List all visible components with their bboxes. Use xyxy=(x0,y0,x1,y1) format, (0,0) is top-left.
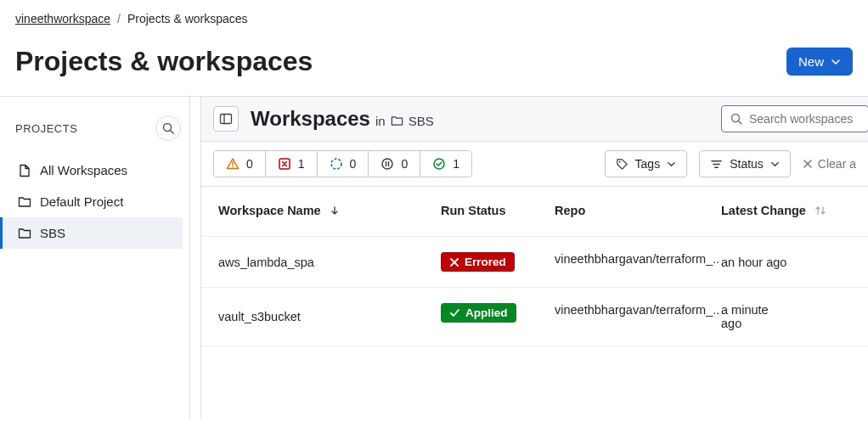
search-icon xyxy=(730,113,742,125)
sidebar-collapse-icon xyxy=(219,112,233,126)
tags-filter-button[interactable]: Tags xyxy=(605,150,688,177)
check-circle-icon xyxy=(432,157,446,171)
in-label: in xyxy=(375,114,386,128)
chevron-down-icon xyxy=(770,160,780,169)
table-row[interactable]: aws_lambda_spa Errored vineethbhargavan/… xyxy=(201,237,868,288)
svg-point-5 xyxy=(331,159,341,169)
table-header: Workspace Name Run Status Repo Latest Ch… xyxy=(201,187,868,237)
status-label: Applied xyxy=(465,306,508,319)
svg-rect-1 xyxy=(221,115,232,124)
error-count: 1 xyxy=(298,157,305,171)
status-filter-warn[interactable]: 0 xyxy=(214,151,266,177)
main-content: Workspaces in SBS 0 xyxy=(201,97,868,419)
collapse-sidebar-button[interactable] xyxy=(213,106,239,132)
folder-icon xyxy=(18,195,31,209)
status-filter-pending[interactable]: 0 xyxy=(369,151,420,177)
tag-icon xyxy=(616,158,628,171)
clear-filters-button[interactable]: Clear a xyxy=(803,157,856,171)
sidebar-item-label: All Workspaces xyxy=(40,163,127,177)
status-filter-button[interactable]: Status xyxy=(699,150,791,177)
running-count: 0 xyxy=(350,157,357,171)
repo-name: vineethbhargavan/terraform_.. xyxy=(555,303,721,330)
new-button[interactable]: New xyxy=(786,48,853,76)
breadcrumb-root[interactable]: vineethworkspace xyxy=(15,12,110,25)
check-icon xyxy=(449,307,460,318)
status-filter-running[interactable]: 0 xyxy=(318,151,369,177)
search-input[interactable] xyxy=(749,112,860,126)
sidebar-heading: PROJECTS xyxy=(15,122,77,135)
workspaces-heading: Workspaces xyxy=(251,107,370,131)
pending-count: 0 xyxy=(401,157,408,171)
warn-count: 0 xyxy=(246,157,253,171)
sidebar-item-all-workspaces[interactable]: All Workspaces xyxy=(0,155,183,186)
column-change-label: Latest Change xyxy=(721,204,806,217)
warning-icon xyxy=(226,157,240,171)
sort-icon xyxy=(814,205,826,216)
repo-name: vineethbhargavan/terraform_.. xyxy=(555,252,721,272)
svg-point-3 xyxy=(232,166,234,168)
column-header-status[interactable]: Run Status xyxy=(441,204,555,217)
workspaces-scope: in SBS xyxy=(375,114,434,128)
column-header-change[interactable]: Latest Change xyxy=(721,204,851,217)
breadcrumb-current: Projects & workspaces xyxy=(127,12,248,25)
pause-icon xyxy=(380,157,394,171)
filter-icon xyxy=(710,158,723,171)
page-title: Projects & workspaces xyxy=(15,46,313,77)
close-icon xyxy=(449,257,459,267)
chevron-down-icon xyxy=(667,160,676,169)
document-icon xyxy=(18,164,31,177)
chevron-down-icon xyxy=(831,57,841,67)
sidebar-item-label: Default Project xyxy=(40,194,123,209)
status-filter-applied[interactable]: 1 xyxy=(420,151,471,177)
clear-label: Clear a xyxy=(818,157,856,171)
folder-icon xyxy=(391,115,403,127)
latest-change: an hour ago xyxy=(721,252,789,272)
column-name-label: Workspace Name xyxy=(218,204,321,217)
running-icon xyxy=(330,157,343,171)
tags-label: Tags xyxy=(635,157,661,171)
status-label: Errored xyxy=(465,256,506,268)
status-filter-error[interactable]: 1 xyxy=(266,151,318,177)
sidebar-search-button[interactable] xyxy=(155,115,181,141)
sort-down-icon xyxy=(330,205,340,216)
svg-point-6 xyxy=(382,159,392,169)
sidebar-item-default-project[interactable]: Default Project xyxy=(0,186,183,217)
folder-icon xyxy=(18,227,31,240)
latest-change: a minute ago xyxy=(721,303,789,330)
status-badge: Errored xyxy=(441,252,515,272)
column-header-repo[interactable]: Repo xyxy=(555,204,721,217)
close-icon xyxy=(803,159,813,169)
search-icon xyxy=(162,122,174,134)
error-icon xyxy=(278,157,291,171)
status-filter-group: 0 1 0 0 1 xyxy=(213,150,472,177)
workspace-name: aws_lambda_spa xyxy=(218,252,441,272)
applied-count: 1 xyxy=(453,157,459,171)
status-badge: Applied xyxy=(441,303,516,323)
search-input-container[interactable] xyxy=(721,105,868,132)
column-header-name[interactable]: Workspace Name xyxy=(218,204,441,217)
table-row[interactable]: vault_s3bucket Applied vineethbhargavan/… xyxy=(201,288,868,346)
breadcrumb-separator: / xyxy=(117,12,121,25)
new-button-label: New xyxy=(798,54,824,69)
scope-name: SBS xyxy=(409,114,434,128)
sidebar-item-sbs[interactable]: SBS xyxy=(0,217,183,249)
sidebar: PROJECTS All Workspaces Default Project … xyxy=(0,97,201,419)
status-label: Status xyxy=(730,157,764,171)
workspace-name: vault_s3bucket xyxy=(218,303,441,330)
sidebar-item-label: SBS xyxy=(40,226,65,240)
svg-point-8 xyxy=(618,160,620,162)
breadcrumb: vineethworkspace / Projects & workspaces xyxy=(0,0,868,37)
